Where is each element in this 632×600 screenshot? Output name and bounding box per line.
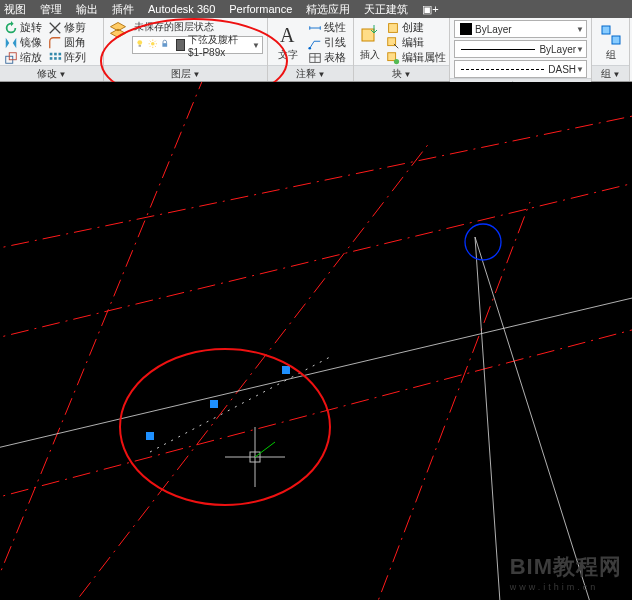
chevron-down-icon: ▼ [576, 45, 584, 54]
ribbon: 旋转 镜像 缩放 修剪 圆角 阵列 修改▼ 未保存的图层状态 [0, 18, 632, 82]
svg-rect-2 [50, 52, 53, 55]
chevron-down-icon: ▼ [252, 41, 260, 50]
leader-icon [308, 36, 322, 50]
svg-rect-33 [210, 400, 218, 408]
svg-rect-32 [146, 432, 154, 440]
create-icon [386, 21, 400, 35]
svg-point-19 [394, 58, 399, 63]
svg-rect-18 [388, 52, 396, 60]
svg-line-29 [475, 237, 590, 600]
menu-bar: 视图 管理 输出 插件 Autodesk 360 Performance 精选应… [0, 0, 632, 18]
panel-modify-title[interactable]: 修改▼ [0, 65, 103, 81]
drawing-viewport[interactable]: BIM教程网 www.ithim.cn [0, 82, 632, 600]
tool-block-edit[interactable]: 编辑 [386, 36, 446, 50]
rotate-icon [4, 21, 18, 35]
panel-group-title[interactable]: 组▼ [592, 65, 629, 81]
lineweight-dropdown[interactable]: DASH ▼ [454, 60, 587, 78]
trim-icon [48, 21, 62, 35]
tool-array[interactable]: 阵列 [48, 51, 86, 65]
tool-table-label: 表格 [324, 50, 346, 65]
panel-annot-title[interactable]: 注释▼ [268, 65, 353, 81]
tool-trim-label: 修剪 [64, 20, 86, 35]
tool-rotate-label: 旋转 [20, 20, 42, 35]
menu-view[interactable]: 视图 [4, 2, 26, 17]
tool-array-label: 阵列 [64, 50, 86, 65]
edit-icon [386, 36, 400, 50]
menu-apps[interactable]: 精选应用 [306, 2, 350, 17]
tool-insert[interactable]: 插入 [358, 20, 382, 65]
mirror-icon [4, 36, 18, 50]
svg-line-27 [0, 82, 210, 600]
tool-group-label: 组 [606, 48, 616, 62]
tool-block-attedit[interactable]: 编辑属性 [386, 51, 446, 65]
lw-value: DASH [548, 64, 576, 75]
bulb-icon [135, 39, 145, 52]
layer-dropdown[interactable]: 下弦及腹杆$1-P89x ▼ [132, 36, 263, 54]
tool-linear-dim[interactable]: 线性 [308, 21, 346, 35]
tool-trim[interactable]: 修剪 [48, 21, 86, 35]
lock-icon [160, 39, 170, 52]
tool-text[interactable]: A 文字 [272, 20, 304, 65]
svg-rect-11 [162, 43, 167, 47]
color-dropdown[interactable]: ByLayer ▼ [454, 20, 587, 38]
tool-linear-label: 线性 [324, 20, 346, 35]
tool-block-create[interactable]: 创建 [386, 21, 446, 35]
tool-leader-label: 引线 [324, 35, 346, 50]
panel-annot: A 文字 线性 引线 表格 注释▼ [268, 18, 354, 81]
svg-line-28 [0, 282, 632, 452]
svg-line-31 [150, 357, 330, 452]
tool-block-create-label: 创建 [402, 20, 424, 35]
linetype-value: ByLayer [539, 44, 576, 55]
watermark-sub: www.ithim.cn [510, 582, 622, 592]
tool-fillet[interactable]: 圆角 [48, 36, 86, 50]
svg-rect-7 [59, 57, 62, 60]
panel-layer-title[interactable]: 图层▼ [104, 65, 267, 81]
tool-leader[interactable]: 引线 [308, 36, 346, 50]
tool-scale-label: 缩放 [20, 50, 42, 65]
tool-table[interactable]: 表格 [308, 51, 346, 65]
array-icon [48, 51, 62, 65]
svg-rect-16 [389, 23, 398, 32]
tool-block-edit-label: 编辑 [402, 35, 424, 50]
linetype-preview [461, 49, 535, 50]
menu-addin[interactable]: 插件 [112, 2, 134, 17]
insert-icon [358, 23, 382, 47]
menu-perf[interactable]: Performance [229, 3, 292, 15]
svg-rect-5 [50, 57, 53, 60]
svg-point-40 [120, 349, 330, 505]
menu-tz[interactable]: 天正建筑 [364, 2, 408, 17]
svg-point-10 [151, 41, 155, 45]
panel-modify: 旋转 镜像 缩放 修剪 圆角 阵列 修改▼ [0, 18, 104, 81]
svg-rect-3 [54, 52, 57, 55]
sun-icon [148, 39, 158, 52]
menu-extra[interactable]: ▣+ [422, 3, 438, 16]
svg-rect-6 [54, 57, 57, 60]
layer-current-name: 下弦及腹杆$1-P89x [188, 33, 252, 58]
tool-rotate[interactable]: 旋转 [4, 21, 42, 35]
tool-insert-label: 插入 [360, 48, 380, 62]
svg-line-23 [0, 167, 632, 342]
watermark-main: BIM教程网 [510, 554, 622, 579]
tool-mirror[interactable]: 镜像 [4, 36, 42, 50]
layer-properties-icon[interactable] [108, 20, 128, 40]
color-value: ByLayer [475, 24, 512, 35]
attedit-icon [386, 51, 400, 65]
linetype-dropdown[interactable]: ByLayer ▼ [454, 40, 587, 58]
menu-manage[interactable]: 管理 [40, 2, 62, 17]
tool-mirror-label: 镜像 [20, 35, 42, 50]
panel-layer: 未保存的图层状态 下弦及腹杆$1-P89x ▼ 图层▼ [104, 18, 268, 81]
svg-rect-20 [602, 26, 610, 34]
panel-block-title[interactable]: 块▼ [354, 65, 449, 81]
lw-preview [461, 69, 544, 70]
panel-props: ByLayer ▼ ByLayer ▼ DASH ▼ 特性▼ [450, 18, 592, 81]
menu-a360[interactable]: Autodesk 360 [148, 3, 215, 15]
menu-output[interactable]: 输出 [76, 2, 98, 17]
panel-block: 插入 创建 编辑 编辑属性 块▼ [354, 18, 450, 81]
tool-group[interactable]: 组 [596, 20, 625, 65]
scale-icon [4, 51, 18, 65]
tool-scale[interactable]: 缩放 [4, 51, 42, 65]
tool-text-label: 文字 [278, 48, 298, 62]
svg-line-39 [255, 442, 275, 457]
svg-point-13 [308, 46, 311, 49]
tool-fillet-label: 圆角 [64, 35, 86, 50]
